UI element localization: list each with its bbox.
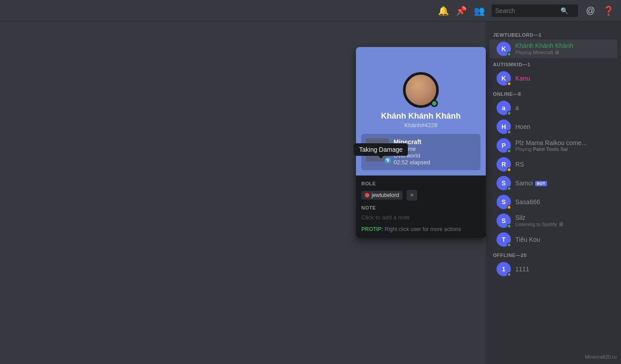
section-header-jewtubelord: JEWTUBELORD—1: [486, 29, 621, 39]
avatar-kanu: K: [497, 71, 511, 86]
roles-row: jewtubelord +: [361, 190, 480, 201]
member-name-tieu-kou: Tiêu Kou: [515, 236, 614, 243]
search-input[interactable]: [495, 7, 558, 14]
member-item-a[interactable]: aa: [489, 98, 617, 117]
member-list: JEWTUBELORD—1KKhánh Khánh KhánhPlaying M…: [486, 21, 621, 364]
member-name-rs: RS: [515, 161, 614, 168]
profile-status-dot: [431, 100, 438, 107]
profile-card: Khánh Khánh Khánh Khánh#4228 ⛏️ 💎 Minecr…: [356, 47, 486, 238]
avatar-samoi: S: [497, 176, 511, 190]
add-role-button[interactable]: +: [407, 190, 417, 201]
profile-banner: [356, 47, 486, 92]
status-dot-samoi: [507, 186, 511, 191]
member-info-rs: RS: [515, 161, 614, 168]
status-dot-plzmama: [507, 149, 511, 153]
member-info-sasa666: Sasa666: [515, 198, 614, 206]
member-item-plzmama[interactable]: PPlz Mama Raikou come...Playing Paint To…: [489, 136, 617, 155]
role-name: jewtubelord: [372, 192, 399, 198]
member-sub-plzmama: Playing Paint Tools Sai: [515, 146, 614, 152]
profile-username: Khánh#4228: [356, 122, 486, 128]
status-dot-tieu-kou: [507, 243, 511, 247]
member-item-samoi[interactable]: SSamoiBOT: [489, 174, 617, 193]
member-info-silz: SilzListening to Spotify 🖥: [515, 214, 614, 227]
member-name-hoen: Hoen: [515, 123, 614, 130]
member-info-a: a: [515, 104, 614, 111]
member-item-rs[interactable]: RRS: [489, 155, 617, 174]
section-header-online: ONLINE—8: [486, 88, 621, 98]
gem-icon: 💎: [385, 157, 391, 163]
member-name-khanh: Khánh Khánh Khánh: [515, 42, 614, 49]
member-item-tieu-kou[interactable]: TTiêu Kou: [489, 230, 617, 249]
member-name-a: a: [515, 104, 614, 111]
role-color-dot: [365, 193, 369, 197]
member-sub-silz: Listening to Spotify 🖥: [515, 221, 614, 227]
profile-lower: ROLE jewtubelord + NOTE Click to add a n…: [356, 176, 486, 238]
status-dot-1111: [507, 272, 511, 277]
member-name-plzmama: Plz Mama Raikou come...: [515, 139, 614, 146]
pinned-icon[interactable]: 📌: [456, 5, 467, 16]
member-item-sasa666[interactable]: SSasa666: [489, 193, 617, 211]
role-chip[interactable]: jewtubelord: [361, 191, 403, 200]
member-item-1111[interactable]: 11111: [489, 260, 617, 278]
status-dot-hoen: [507, 130, 511, 134]
section-header-offline: OFFLINE—20: [486, 249, 621, 260]
game-time: 02:52 elapsed: [394, 159, 476, 166]
member-item-kanu[interactable]: KKanu: [489, 69, 617, 88]
member-name-samoi: SamoiBOT: [515, 180, 614, 187]
profile-display-name: Khánh Khánh Khánh: [356, 111, 486, 121]
section-header-autismkid: AUTISMKID—1: [486, 58, 621, 69]
member-item-hoen[interactable]: HHoen: [489, 117, 617, 136]
topbar: 🔔 📌 👥 🔍 @ ❓: [0, 0, 621, 21]
note-section: NOTE Click to add a note: [361, 205, 480, 221]
avatar-rs: R: [497, 157, 511, 171]
avatar-plzmama: P: [497, 138, 511, 153]
note-input[interactable]: Click to add a note: [361, 214, 480, 221]
member-item-khanh[interactable]: KKhánh Khánh KhánhPlaying Minecraft 🖥: [489, 39, 617, 58]
member-info-samoi: SamoiBOT: [515, 180, 614, 187]
status-dot-sasa666: [507, 205, 511, 210]
role-label: ROLE: [361, 181, 480, 186]
protip-label: PROTIP:: [361, 226, 383, 232]
avatar-hoen: H: [497, 120, 511, 134]
profile-avatar-wrap: [403, 72, 439, 108]
member-name-silz: Silz: [515, 214, 614, 221]
member-info-plzmama: Plz Mama Raikou come...Playing Paint Too…: [515, 139, 614, 152]
avatar-tieu-kou: T: [497, 232, 511, 247]
status-dot-kanu: [507, 81, 511, 86]
member-info-hoen: Hoen: [515, 123, 614, 130]
status-dot-khanh: [507, 52, 511, 56]
member-sub-khanh: Playing Minecraft 🖥: [515, 49, 614, 56]
member-item-silz[interactable]: SSilzListening to Spotify 🖥: [489, 211, 617, 230]
status-dot-a: [507, 111, 511, 116]
taking-damage-tooltip: Taking Damage: [354, 143, 408, 156]
search-box[interactable]: 🔍: [492, 4, 578, 17]
notifications-icon[interactable]: 🔔: [438, 5, 449, 16]
avatar-1111: 1: [497, 262, 511, 276]
member-info-1111: 1111: [515, 266, 614, 273]
watermark: Minecraft20.ru: [585, 354, 617, 360]
member-name-kanu: Kanu: [515, 75, 614, 82]
help-icon[interactable]: ❓: [603, 5, 614, 16]
members-icon[interactable]: 👥: [474, 5, 484, 16]
avatar-a: a: [497, 101, 511, 115]
member-info-tieu-kou: Tiêu Kou: [515, 236, 614, 243]
avatar-silz: S: [497, 214, 511, 228]
member-name-1111: 1111: [515, 266, 614, 273]
search-icon: 🔍: [561, 7, 568, 14]
member-info-kanu: Kanu: [515, 75, 614, 82]
protip-text: Right click user for more actions: [385, 226, 461, 232]
avatar-sasa666: S: [497, 195, 511, 209]
protip: PROTIP: Right click user for more action…: [361, 226, 480, 232]
status-dot-rs: [507, 167, 511, 172]
member-name-sasa666: Sasa666: [515, 198, 614, 206]
status-dot-silz: [507, 224, 511, 228]
note-label: NOTE: [361, 205, 480, 210]
avatar-khanh: K: [497, 42, 511, 56]
member-info-khanh: Khánh Khánh KhánhPlaying Minecraft 🖥: [515, 42, 614, 56]
inbox-icon[interactable]: @: [585, 5, 596, 16]
